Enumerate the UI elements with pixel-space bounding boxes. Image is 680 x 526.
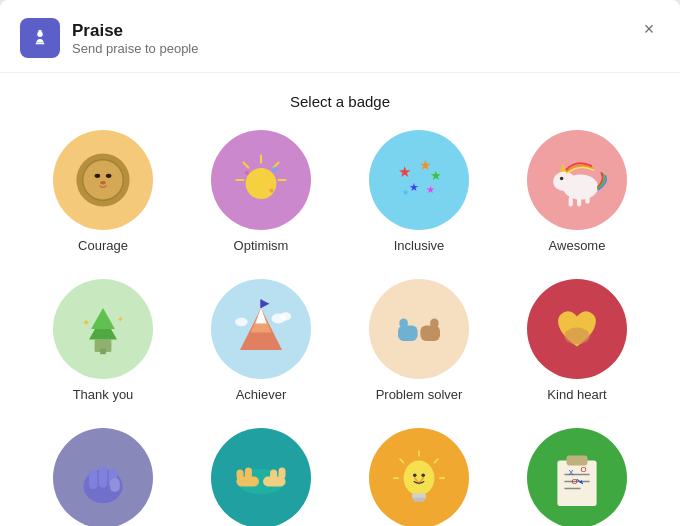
svg-text:✦: ✦ [82, 317, 90, 328]
svg-rect-53 [110, 478, 120, 492]
svg-text:O: O [571, 477, 577, 486]
badge-kindheart-label: Kind heart [547, 387, 606, 402]
svg-rect-72 [567, 456, 588, 466]
badge-problemsolver[interactable]: Problem solver [340, 269, 498, 410]
badge-achiever[interactable]: Achiever [182, 269, 340, 410]
svg-rect-45 [420, 326, 440, 341]
svg-rect-44 [398, 326, 418, 341]
svg-line-65 [400, 459, 404, 463]
svg-rect-46 [399, 319, 407, 329]
svg-text:★: ★ [430, 169, 442, 183]
svg-point-61 [404, 461, 435, 496]
badge-inclusive[interactable]: ★ ★ ★ ★ ★ ★ Inclusive [340, 120, 498, 261]
svg-rect-51 [99, 465, 107, 487]
dialog-header: Praise Send praise to people × [0, 0, 680, 73]
svg-point-1 [37, 32, 43, 37]
select-badge-title: Select a badge [0, 93, 680, 110]
badge-inclusive-icon: ★ ★ ★ ★ ★ ★ [369, 130, 469, 230]
svg-text:X: X [569, 468, 574, 477]
svg-point-14 [245, 171, 249, 175]
svg-marker-32 [91, 308, 115, 329]
badge-kindheart-icon [527, 279, 627, 379]
badge-coach-icon: X O O [527, 428, 627, 526]
svg-point-70 [421, 473, 425, 477]
svg-marker-38 [255, 308, 266, 323]
close-button[interactable]: × [634, 14, 664, 44]
svg-point-5 [95, 174, 101, 178]
badge-awesome[interactable]: Awesome [498, 120, 656, 261]
badge-problemsolver-label: Problem solver [376, 387, 463, 402]
svg-rect-60 [279, 468, 286, 479]
praise-app-icon [20, 18, 60, 58]
svg-point-42 [280, 312, 291, 320]
svg-point-4 [83, 160, 122, 199]
svg-text:★: ★ [409, 181, 419, 193]
badges-grid: Courage Optimism ★ ★ ★ ★ ★ ★ Inclusive [0, 120, 680, 526]
svg-rect-63 [413, 498, 424, 502]
svg-point-25 [553, 172, 575, 192]
svg-rect-27 [569, 197, 573, 207]
svg-point-16 [269, 188, 273, 192]
svg-rect-33 [100, 349, 106, 355]
badge-courage-label: Courage [78, 238, 128, 253]
badge-achiever-icon [211, 279, 311, 379]
badge-leadership-icon [211, 428, 311, 526]
svg-point-48 [564, 328, 589, 345]
badge-achiever-label: Achiever [236, 387, 287, 402]
badge-coach[interactable]: X O O Coach [498, 418, 656, 526]
svg-point-26 [560, 177, 564, 181]
svg-point-7 [100, 181, 106, 185]
badge-thankyou[interactable]: ✦ ✦ Thank you [24, 269, 182, 410]
svg-point-15 [272, 167, 278, 173]
badge-optimism-icon [211, 130, 311, 230]
badge-thankyou-icon: ✦ ✦ [53, 279, 153, 379]
svg-rect-57 [237, 470, 244, 480]
badge-optimism-label: Optimism [234, 238, 289, 253]
badge-creative[interactable]: Creative [340, 418, 498, 526]
svg-rect-58 [245, 468, 252, 479]
svg-text:★: ★ [402, 187, 409, 197]
badge-inclusive-label: Inclusive [394, 238, 445, 253]
svg-rect-59 [270, 470, 277, 480]
svg-line-66 [434, 459, 438, 463]
dialog-title: Praise [72, 21, 198, 41]
badge-optimism[interactable]: Optimism [182, 120, 340, 261]
dialog-subtitle: Send praise to people [72, 41, 198, 56]
svg-rect-47 [430, 319, 438, 329]
badge-teamplayer-icon [53, 428, 153, 526]
svg-line-12 [274, 163, 279, 168]
svg-text:O: O [581, 465, 587, 474]
svg-point-6 [106, 174, 112, 178]
praise-dialog: Praise Send praise to people × Select a … [0, 0, 680, 526]
svg-line-10 [244, 163, 249, 168]
badge-teamplayer[interactable]: Team player [24, 418, 182, 526]
badge-problemsolver-icon [369, 279, 469, 379]
svg-point-43 [235, 318, 248, 326]
header-text: Praise Send praise to people [72, 21, 198, 56]
svg-rect-29 [585, 195, 589, 203]
badge-awesome-label: Awesome [549, 238, 606, 253]
badge-leadership[interactable]: Leadership [182, 418, 340, 526]
badge-thankyou-label: Thank you [73, 387, 134, 402]
svg-marker-40 [261, 300, 269, 308]
svg-rect-28 [577, 197, 581, 207]
badge-kindheart[interactable]: Kind heart [498, 269, 656, 410]
svg-rect-50 [89, 470, 97, 490]
svg-point-69 [413, 473, 417, 477]
badge-courage[interactable]: Courage [24, 120, 182, 261]
svg-point-8 [246, 168, 277, 199]
svg-text:✦: ✦ [117, 314, 124, 324]
badge-awesome-icon [527, 130, 627, 230]
svg-text:★: ★ [398, 163, 411, 180]
badge-creative-icon [369, 428, 469, 526]
badge-courage-icon [53, 130, 153, 230]
svg-text:★: ★ [426, 184, 435, 195]
